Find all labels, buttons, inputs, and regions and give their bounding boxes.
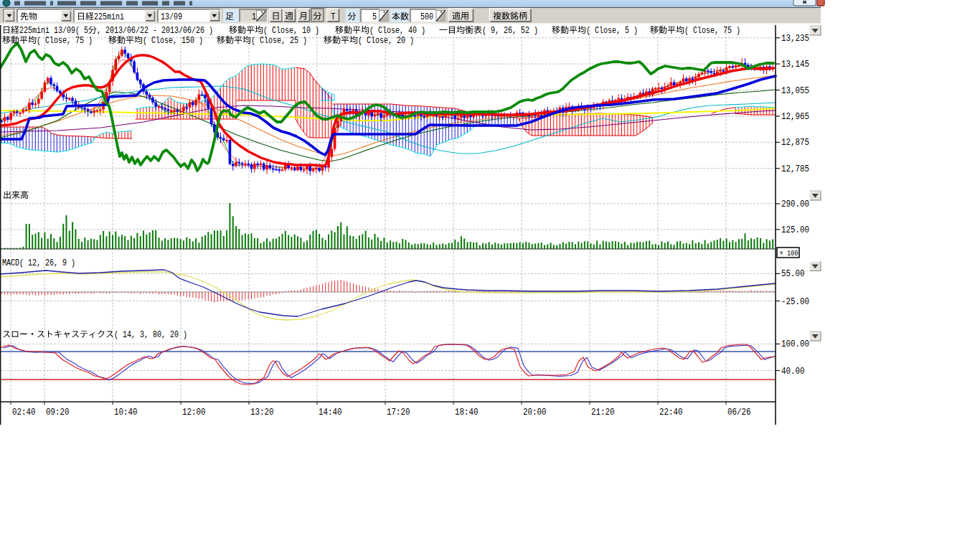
svg-text:40.00: 40.00	[781, 366, 805, 377]
svg-text:14:40: 14:40	[319, 407, 342, 418]
svg-text:( Close, 5 ): ( Close, 5 )	[586, 26, 638, 36]
svg-text:290.00: 290.00	[781, 199, 809, 209]
svg-text:( Close, 10 ): ( Close, 10 )	[263, 26, 319, 36]
svg-text:02:40: 02:40	[12, 407, 36, 418]
svg-text:T: T	[331, 11, 336, 22]
svg-text:MACD( 12, 26, 9 ): MACD( 12, 26, 9 )	[2, 258, 75, 268]
svg-text:18:40: 18:40	[455, 407, 479, 418]
svg-text:20:00: 20:00	[523, 407, 547, 418]
svg-text:1: 1	[252, 12, 256, 22]
svg-text:55.00: 55.00	[781, 268, 805, 279]
svg-text:10:40: 10:40	[114, 407, 138, 418]
svg-text:12:00: 12:00	[182, 407, 206, 418]
svg-text:( 14, 3, 80, 20 ): ( 14, 3, 80, 20 )	[114, 330, 187, 340]
svg-text:17:20: 17:20	[387, 407, 410, 418]
svg-text:, 2013/06/22 - 2013/06/26 ): , 2013/06/22 - 2013/06/26 )	[97, 26, 213, 36]
svg-text:12,875: 12,875	[781, 137, 809, 148]
svg-text:13,235: 13,235	[781, 33, 809, 44]
svg-text:12,785: 12,785	[781, 164, 809, 174]
svg-text:22:40: 22:40	[659, 407, 683, 418]
svg-text:13,145: 13,145	[781, 59, 809, 70]
svg-text:5: 5	[372, 12, 377, 22]
svg-text:13/09: 13/09	[161, 12, 182, 22]
svg-text:225mini: 225mini	[94, 12, 124, 22]
svg-text:× 100: × 100	[780, 248, 798, 258]
svg-text:( Close, 150 ): ( Close, 150 )	[143, 36, 203, 46]
svg-text:13:20: 13:20	[250, 407, 274, 418]
svg-text:( Close, 75 ): ( Close, 75 )	[684, 26, 740, 36]
svg-text:21:20: 21:20	[591, 407, 615, 418]
svg-text:( 9, 26, 52 ): ( 9, 26, 52 )	[482, 26, 538, 36]
svg-text:12,965: 12,965	[781, 111, 809, 122]
svg-text:-25.00: -25.00	[781, 296, 809, 307]
svg-text:( Close, 25 ): ( Close, 25 )	[251, 36, 307, 46]
svg-text:125.00: 125.00	[781, 225, 809, 235]
svg-text:225mini 13/09( 5: 225mini 13/09( 5	[19, 26, 88, 36]
svg-text:06/26: 06/26	[727, 407, 751, 418]
svg-text:13,055: 13,055	[781, 85, 809, 96]
svg-text:( Close, 75 ): ( Close, 75 )	[37, 36, 93, 46]
svg-text:( Close, 20 ): ( Close, 20 )	[358, 36, 414, 46]
svg-text:( Close, 40 ): ( Close, 40 )	[369, 26, 425, 36]
svg-text:500: 500	[420, 12, 433, 22]
svg-text:09:20: 09:20	[46, 407, 70, 418]
svg-text:100.00: 100.00	[781, 339, 809, 349]
